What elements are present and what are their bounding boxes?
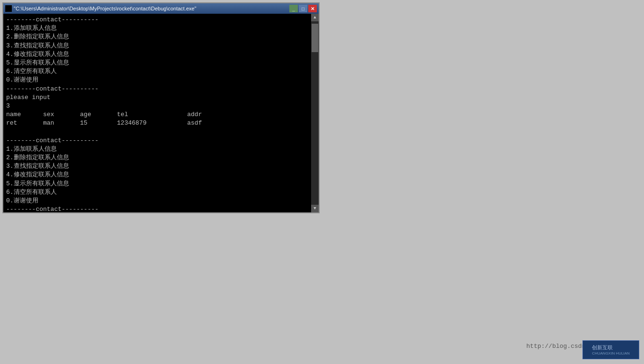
scroll-track bbox=[311, 21, 319, 205]
maximize-button[interactable]: □ bbox=[299, 5, 307, 12]
console-window: "C:\Users\Administrator\Desktop\MyProjec… bbox=[2, 2, 320, 213]
brand-logo: 创新互联 CHUANGXIN HULIAN bbox=[582, 340, 639, 359]
console-area: --------contact---------- 1.添加联系人信息 2.删除… bbox=[3, 14, 319, 212]
window-controls: _ □ ✕ bbox=[289, 5, 317, 12]
brand-subtext: CHUANGXIN HULIAN bbox=[592, 351, 630, 355]
scrollbar[interactable]: ▲ ▼ bbox=[311, 14, 319, 212]
close-button[interactable]: ✕ bbox=[308, 5, 317, 12]
minimize-button[interactable]: _ bbox=[289, 5, 298, 12]
title-bar: "C:\Users\Administrator\Desktop\MyProjec… bbox=[3, 3, 319, 14]
brand-name: 创新互联 bbox=[592, 344, 630, 351]
scroll-down-arrow[interactable]: ▼ bbox=[311, 205, 319, 212]
scroll-thumb[interactable] bbox=[312, 24, 318, 52]
window-icon bbox=[5, 5, 12, 12]
scroll-up-arrow[interactable]: ▲ bbox=[311, 14, 319, 21]
console-output: --------contact---------- 1.添加联系人信息 2.删除… bbox=[6, 16, 307, 212]
window-title: "C:\Users\Administrator\Desktop\MyProjec… bbox=[14, 6, 287, 11]
